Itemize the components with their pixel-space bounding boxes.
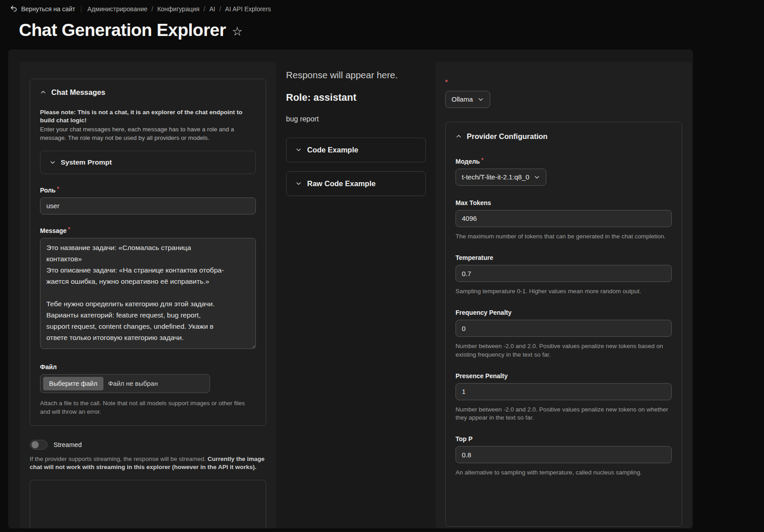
max-tokens-label: Max Tokens — [456, 199, 672, 206]
breadcrumb-item-ai-api-explorers[interactable]: AI API Explorers — [225, 5, 271, 13]
response-role-heading: Role: assistant — [286, 92, 426, 103]
note-bold-text: Please note: This is not a chat, it is a… — [40, 108, 256, 125]
frequency-penalty-help: Number between -2.0 and 2.0. Positive va… — [456, 342, 672, 358]
back-link-label: Вернуться на сайт — [21, 5, 75, 13]
toggle-knob — [31, 441, 39, 448]
temperature-input[interactable] — [456, 265, 672, 282]
model-label-text: Модель — [456, 158, 480, 165]
provider-select[interactable]: Ollama — [445, 91, 490, 108]
presence-penalty-label-text: Presence Penalty — [456, 372, 508, 380]
streamed-toggle[interactable] — [30, 440, 48, 450]
chevron-up-icon — [40, 89, 46, 95]
code-example-section[interactable]: Code Example — [286, 138, 426, 162]
temperature-help: Sampling temperature 0-1. Higher values … — [456, 287, 672, 295]
required-marker: * — [68, 226, 70, 234]
note-regular-text: Enter your chat messages here, each mess… — [40, 126, 234, 141]
response-content: bug report — [286, 115, 426, 123]
breadcrumb-separator: / — [204, 5, 206, 13]
next-section-partial-card[interactable] — [30, 480, 266, 528]
provider-configuration-title: Provider Configuration — [467, 132, 548, 141]
message-textarea[interactable]: Это название задачи: «Сломалась страница… — [40, 238, 256, 349]
role-label-text: Роль — [40, 187, 56, 194]
temperature-label: Temperature — [456, 254, 672, 261]
presence-penalty-input[interactable] — [456, 383, 672, 400]
chat-messages-header[interactable]: Chat Messages — [40, 88, 256, 97]
chat-form-column: Chat Messages Please note: This is not a… — [20, 62, 276, 528]
max-tokens-label-text: Max Tokens — [456, 199, 491, 206]
back-to-site-link[interactable]: Вернуться на сайт — [10, 5, 75, 13]
system-prompt-title: System Prompt — [61, 158, 112, 166]
frequency-penalty-input[interactable] — [456, 320, 672, 337]
choose-file-button[interactable]: Выберите файл — [43, 377, 103, 390]
file-label: Файл — [40, 363, 256, 371]
provider-configuration-card: Provider Configuration Модель * t-tech/T… — [445, 122, 682, 527]
top-p-label-text: Top P — [456, 435, 473, 443]
frequency-penalty-label-text: Frequency Penalty — [456, 309, 512, 316]
chat-messages-card: Chat Messages Please note: This is not a… — [30, 79, 266, 426]
max-tokens-input[interactable] — [456, 210, 672, 227]
role-label: Роль * — [40, 187, 256, 194]
breadcrumb-item-configuration[interactable]: Конфигурация — [157, 5, 200, 13]
system-prompt-section[interactable]: System Prompt — [40, 151, 256, 174]
breadcrumb-separator: / — [152, 5, 153, 13]
streamed-help-normal: If the provider supports streaming, the … — [30, 456, 207, 462]
presence-penalty-help: Number between -2.0 and 2.0. Positive va… — [456, 406, 672, 422]
file-label-text: Файл — [40, 363, 57, 371]
required-marker: * — [481, 157, 483, 165]
response-column: Response will appear here. Role: assista… — [286, 62, 426, 528]
provider-column: * Ollama Provider Configuration Модель *… — [436, 62, 692, 528]
chat-messages-note: Please note: This is not a chat, it is a… — [40, 108, 256, 142]
provider-configuration-header[interactable]: Provider Configuration — [456, 132, 672, 141]
chevron-down-icon — [534, 174, 540, 180]
model-label: Модель * — [456, 158, 672, 165]
message-label: Message * — [40, 227, 256, 234]
provider-select-value: Ollama — [451, 95, 473, 103]
temperature-label-text: Temperature — [456, 254, 493, 261]
model-select[interactable]: t-tech/T-lite-it-2.1:q8_0 — [456, 169, 546, 186]
chevron-up-icon — [456, 133, 462, 139]
breadcrumb: Вернуться на сайт Администрирование / Ко… — [10, 4, 764, 13]
frequency-penalty-label: Frequency Penalty — [456, 309, 672, 316]
required-marker: * — [57, 186, 59, 194]
top-p-help: An alternative to sampling with temperat… — [456, 469, 672, 477]
chevron-down-icon — [478, 96, 484, 103]
chevron-down-icon — [49, 159, 56, 165]
breadcrumb-divider — [81, 6, 81, 13]
top-navigation: Вернуться на сайт Администрирование / Ко… — [0, 0, 764, 40]
raw-code-example-title: Raw Code Example — [307, 179, 375, 188]
required-marker: * — [445, 80, 682, 85]
role-input[interactable] — [40, 197, 256, 215]
model-select-value: t-tech/T-lite-it-2.1:q8_0 — [462, 173, 529, 181]
page-title: Chat Generation Explorer — [19, 21, 226, 40]
streamed-row: Streamed — [30, 440, 266, 450]
breadcrumb-item-ai[interactable]: AI — [209, 5, 215, 13]
chevron-down-icon — [295, 147, 302, 153]
response-placeholder: Response will appear here. — [286, 70, 426, 80]
message-label-text: Message — [40, 227, 67, 234]
chevron-down-icon — [295, 180, 302, 187]
presence-penalty-label: Presence Penalty — [456, 372, 672, 380]
chat-messages-title: Chat Messages — [51, 88, 105, 97]
file-help: Attach a file to the call. Note that not… — [40, 399, 256, 416]
code-example-title: Code Example — [307, 146, 358, 154]
back-arrow-icon — [10, 5, 18, 13]
file-input[interactable]: Выберите файл Файл не выбран — [40, 374, 210, 393]
breadcrumb-separator: / — [219, 5, 221, 13]
streamed-help: If the provider supports streaming, the … — [30, 455, 266, 472]
top-p-input[interactable] — [456, 446, 672, 463]
streamed-label: Streamed — [54, 441, 82, 448]
max-tokens-help: The maximum number of tokens that can be… — [456, 232, 672, 241]
file-status: Файл не выбран — [108, 380, 158, 387]
main-panel: Chat Messages Please note: This is not a… — [8, 49, 693, 528]
raw-code-example-section[interactable]: Raw Code Example — [286, 171, 426, 196]
breadcrumb-item-administration[interactable]: Администрирование — [87, 5, 147, 13]
top-p-label: Top P — [456, 435, 672, 443]
star-icon[interactable]: ☆ — [232, 24, 242, 39]
